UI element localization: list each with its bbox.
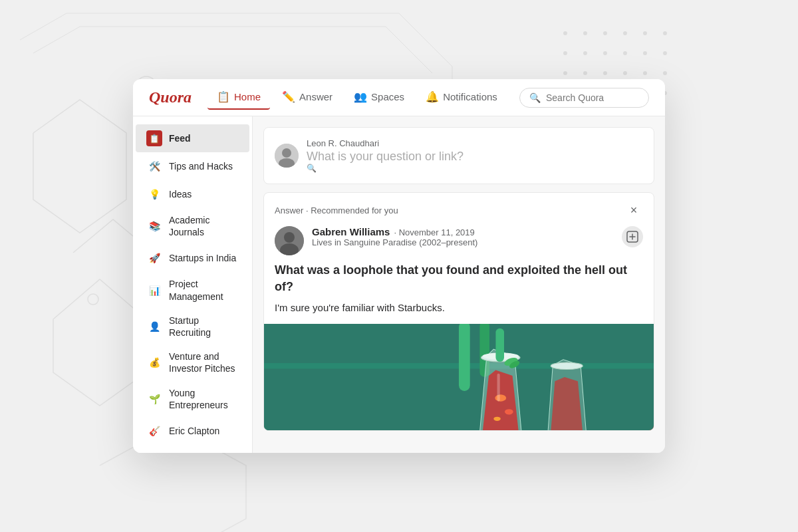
svg-point-38 (505, 409, 513, 414)
author-name: Gabren Williams (312, 226, 390, 237)
author-avatar (275, 226, 304, 255)
svg-point-12 (643, 51, 647, 55)
nav-tab-spaces-label: Spaces (371, 91, 404, 102)
answer-text: I'm sure you're familiar with Starbucks. (264, 301, 654, 324)
svg-point-19 (663, 71, 667, 75)
svg-point-5 (623, 31, 627, 35)
sidebar-item-feed[interactable]: 📋 Feed (136, 124, 249, 152)
svg-point-18 (643, 71, 647, 75)
sidebar-label-academic: Academic Journals (169, 214, 239, 238)
svg-point-3 (583, 31, 587, 35)
svg-point-2 (563, 31, 567, 35)
author-location: Lives in Sanguine Paradise (2002–present… (312, 237, 614, 247)
sidebar-label-ideas: Ideas (169, 188, 192, 200)
answer-card-header: Answer · Recommended for you × (264, 193, 654, 219)
answer-icon: ✏️ (282, 90, 295, 103)
sidebar-item-project-management[interactable]: 📊 Project Management (136, 272, 249, 308)
svg-point-37 (495, 394, 506, 401)
svg-point-16 (603, 71, 607, 75)
svg-point-8 (563, 51, 567, 55)
top-nav: Quora 📋 Home ✏️ Answer 👥 Spaces 🔔 Notifi… (133, 79, 665, 116)
author-info: Gabren Williams · November 11, 2019 Live… (312, 226, 614, 247)
answer-recommended-label: Answer · Recommended for you (275, 205, 398, 215)
young-icon: 🌱 (146, 391, 162, 407)
svg-point-30 (284, 232, 295, 243)
ask-question-box[interactable]: Leon R. Chaudhari What is your question … (263, 127, 654, 184)
nav-tab-home[interactable]: 📋 Home (207, 85, 270, 110)
svg-point-11 (623, 51, 627, 55)
sidebar-item-startup-recruiting[interactable]: 👤 Startup Recruiting (136, 309, 249, 344)
ask-placeholder: What is your question or link? (307, 150, 643, 164)
svg-point-17 (623, 71, 627, 75)
nav-tab-spaces[interactable]: 👥 Spaces (344, 85, 414, 110)
tips-icon: 🛠️ (146, 158, 162, 174)
sidebar-item-tips-and-hacks[interactable]: 🛠️ Tips and Hacks (136, 152, 249, 180)
svg-point-13 (663, 51, 667, 55)
svg-point-14 (563, 71, 567, 75)
project-icon: 📊 (146, 283, 162, 299)
close-button[interactable]: × (624, 201, 643, 219)
sidebar-label-feed: Feed (169, 132, 191, 144)
sidebar-item-eric-clapton[interactable]: 🎸 Eric Clapton (136, 417, 249, 445)
svg-point-9 (583, 51, 587, 55)
svg-rect-42 (495, 329, 504, 362)
sidebar-label-eric: Eric Clapton (169, 425, 219, 437)
main-feed: Leon R. Chaudhari What is your question … (253, 116, 665, 453)
sidebar-label-young: Young Entrepreneurs (169, 387, 239, 411)
sidebar-item-venture-pitches[interactable]: 💰 Venture and Investor Pitches (136, 344, 249, 380)
search-icon: 🔍 (529, 92, 541, 103)
search-box[interactable]: 🔍 (519, 88, 649, 108)
question-title: What was a loophole that you found and e… (264, 262, 654, 301)
quora-logo: Quora (149, 88, 192, 106)
nav-tab-notifications-label: Notifications (443, 91, 497, 102)
sidebar-label-venture: Venture and Investor Pitches (169, 350, 239, 374)
nav-tab-answer-label: Answer (299, 91, 332, 102)
ask-user-name: Leon R. Chaudhari (307, 138, 643, 148)
svg-point-6 (643, 31, 647, 35)
answer-card: Answer · Recommended for you × (263, 192, 654, 431)
svg-rect-35 (459, 324, 470, 391)
user-avatar (275, 144, 299, 168)
browser-window: Quora 📋 Home ✏️ Answer 👥 Spaces 🔔 Notifi… (133, 79, 665, 453)
svg-point-10 (603, 51, 607, 55)
nav-tab-notifications[interactable]: 🔔 Notifications (416, 85, 507, 110)
startups-icon: 🚀 (146, 250, 162, 266)
notifications-icon: 🔔 (426, 90, 439, 103)
author-date: · November 11, 2019 (394, 227, 474, 237)
spaces-icon: 👥 (354, 90, 367, 103)
sidebar-item-young-entrepreneurs[interactable]: 🌱 Young Entrepreneurs (136, 381, 249, 417)
recruiting-icon: 👤 (146, 319, 162, 334)
sidebar-item-ideas[interactable]: 💡 Ideas (136, 180, 249, 208)
sidebar-item-academic-journals[interactable]: 📚 Academic Journals (136, 208, 249, 244)
svg-point-4 (603, 31, 607, 35)
svg-point-7 (663, 31, 667, 35)
svg-point-39 (493, 417, 500, 421)
sidebar-item-startups-india[interactable]: 🚀 Startups in India (136, 244, 249, 272)
content-area: 📋 Feed 🛠️ Tips and Hacks 💡 Ideas 📚 Acade… (133, 116, 665, 453)
sidebar: 📋 Feed 🛠️ Tips and Hacks 💡 Ideas 📚 Acade… (133, 116, 253, 453)
svg-point-1 (88, 294, 98, 305)
ask-search-icon: 🔍 (307, 164, 643, 173)
svg-point-27 (282, 148, 291, 158)
follow-button[interactable] (622, 226, 643, 247)
sidebar-label-startups: Startups in India (169, 252, 236, 264)
nav-tabs: 📋 Home ✏️ Answer 👥 Spaces 🔔 Notification… (207, 85, 514, 110)
author-row: Gabren Williams · November 11, 2019 Live… (264, 219, 654, 262)
sidebar-label-tips: Tips and Hacks (169, 160, 233, 172)
ideas-icon: 💡 (146, 186, 162, 202)
svg-point-43 (551, 362, 583, 369)
sidebar-label-project: Project Management (169, 278, 239, 302)
feed-icon: 📋 (146, 130, 162, 146)
answer-image (264, 324, 654, 430)
nav-tab-answer[interactable]: ✏️ Answer (273, 85, 342, 110)
venture-icon: 💰 (146, 354, 162, 370)
search-input[interactable] (546, 92, 639, 103)
svg-rect-46 (497, 374, 500, 402)
nav-tab-home-label: Home (234, 91, 261, 102)
academic-icon: 📚 (146, 218, 162, 234)
svg-point-15 (583, 71, 587, 75)
sidebar-label-recruiting: Startup Recruiting (169, 315, 239, 338)
home-icon: 📋 (217, 90, 230, 103)
eric-icon: 🎸 (146, 423, 162, 439)
